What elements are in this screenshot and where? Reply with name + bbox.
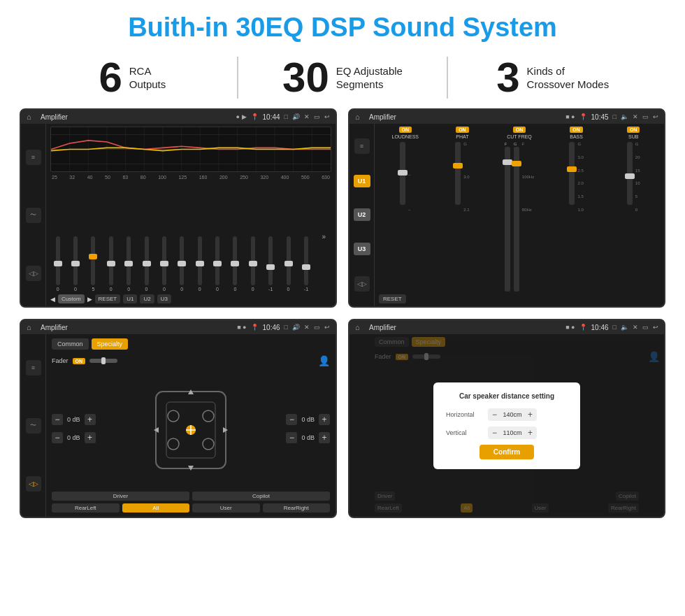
screen-fader: ⌂ Amplifier ■ ● 📍 10:46 □ 🔊 ✕ ▭ ↩ ≡ 〜 ◁▷…	[20, 319, 337, 518]
db-ctrl-tr: − 0 dB +	[286, 414, 330, 425]
db-plus-bl[interactable]: +	[85, 432, 96, 443]
fader-rearleft-btn[interactable]: RearLeft	[52, 503, 120, 513]
eq-slider-1[interactable]: 0	[68, 236, 82, 292]
bass-slider[interactable]	[569, 142, 575, 205]
pin-icon-3: 📍	[251, 324, 259, 331]
cross-preset-icon[interactable]: ≡	[354, 138, 370, 154]
eq-preset-icon[interactable]: ≡	[26, 150, 41, 165]
cross-vol-icon[interactable]: ◁▷	[354, 276, 370, 292]
pin-icon-4: 📍	[579, 324, 587, 331]
fader-preset-icon[interactable]: ≡	[26, 360, 41, 375]
eq-u3-btn[interactable]: U3	[157, 294, 171, 303]
eq-slider-11[interactable]: 0	[245, 236, 260, 292]
cutfreq-on[interactable]: ON	[513, 127, 526, 133]
eq-wave-icon[interactable]: 〜	[26, 208, 41, 223]
eq-slider-2[interactable]: 5	[86, 236, 101, 292]
fader-driver-btn[interactable]: Driver	[52, 492, 189, 501]
stat-crossover: 3 Kinds ofCrossover Modes	[462, 57, 643, 99]
eq-u2-btn[interactable]: U2	[140, 294, 154, 303]
x-icon: ✕	[304, 113, 310, 120]
sub-on[interactable]: ON	[627, 127, 640, 133]
eq-prev-btn[interactable]: ◀	[50, 296, 55, 303]
db-plus-tl[interactable]: +	[85, 414, 96, 425]
eq-slider-8[interactable]: 0	[192, 236, 207, 292]
back-icon[interactable]: ↩	[324, 113, 330, 120]
vol-icon: 🔊	[292, 113, 300, 120]
phat-slider[interactable]	[455, 142, 461, 205]
dialog-title: Car speaker distance setting	[446, 392, 568, 400]
cutfreq-f-slider[interactable]	[505, 147, 510, 292]
eq-slider-5[interactable]: 0	[139, 236, 154, 292]
eq-slider-9[interactable]: 0	[210, 236, 224, 292]
cutfreq-g-slider[interactable]	[514, 147, 519, 292]
dots-icon-3: ■ ●	[237, 324, 246, 331]
eq-slider-7[interactable]: 0	[175, 236, 189, 292]
cutfreq-label: CUT FREQ	[507, 134, 532, 139]
db-minus-tr[interactable]: −	[286, 414, 297, 425]
eq-slider-10[interactable]: 0	[228, 236, 243, 292]
eq-slider-14[interactable]: -1	[298, 236, 313, 292]
home-icon[interactable]: ⌂	[27, 112, 36, 122]
phat-on[interactable]: ON	[456, 127, 469, 133]
right-db-controls: − 0 dB + − 0 dB +	[286, 371, 330, 489]
eq-sidebar: ≡ 〜 ◁▷	[21, 124, 46, 306]
home-icon-4[interactable]: ⌂	[355, 322, 365, 332]
home-icon-2[interactable]: ⌂	[355, 112, 365, 122]
cross-reset-btn[interactable]: RESET	[379, 294, 406, 303]
fader-rearright-btn[interactable]: RearRight	[263, 503, 331, 513]
fader-on-badge[interactable]: ON	[73, 358, 86, 364]
eq-slider-13[interactable]: 0	[281, 236, 296, 292]
cross-u2-btn[interactable]: U2	[354, 208, 370, 221]
db-minus-br[interactable]: −	[286, 432, 297, 443]
eq-slider-3[interactable]: 0	[103, 236, 118, 292]
loudness-on[interactable]: ON	[399, 127, 412, 133]
fader-label: Fader	[52, 357, 68, 364]
fader-area: − 0 dB + − 0 dB +	[52, 371, 330, 489]
screen3-time: 10:46	[263, 324, 280, 331]
eq-custom-btn[interactable]: Custom	[58, 294, 85, 303]
fader-tab-common[interactable]: Common	[52, 338, 89, 350]
eq-slider-12[interactable]: -1	[264, 236, 278, 292]
vertical-minus[interactable]: −	[492, 428, 497, 438]
horizontal-minus[interactable]: −	[492, 410, 497, 420]
stat-crossover-label: Kinds ofCrossover Modes	[527, 64, 610, 92]
db-ctrl-bl: − 0 dB +	[52, 432, 96, 443]
dialog-vertical-row: Vertical − 110cm +	[446, 427, 568, 439]
bass-on[interactable]: ON	[570, 127, 583, 133]
eq-reset-btn[interactable]: RESET	[95, 294, 121, 303]
cross-u3-btn[interactable]: U3	[354, 243, 370, 255]
fader-main: Common Specialty Fader ON 👤	[46, 334, 336, 517]
confirm-button[interactable]: Confirm	[480, 445, 534, 459]
back-icon-2[interactable]: ↩	[653, 113, 658, 120]
screen-distance: ⌂ Amplifier ■ ● 📍 10:46 □ 🔈 ✕ ▭ ↩ Common…	[348, 319, 665, 518]
fader-wave-icon[interactable]: 〜	[26, 418, 41, 434]
eq-slider-4[interactable]: 0	[122, 236, 136, 292]
fader-vol-icon[interactable]: ◁▷	[26, 476, 41, 492]
fader-tab-specialty[interactable]: Specialty	[92, 338, 129, 350]
fader-content: ≡ 〜 ◁▷ Common Specialty Fader ON 👤	[21, 334, 336, 517]
eq-slider-0[interactable]: 0	[50, 236, 65, 292]
back-icon-4[interactable]: ↩	[653, 324, 658, 331]
db-plus-tr[interactable]: +	[319, 414, 330, 425]
eq-next-btn[interactable]: ▶	[87, 296, 92, 303]
loudness-slider[interactable]	[400, 142, 405, 205]
fader-user-btn[interactable]: User	[192, 503, 260, 513]
home-icon-3[interactable]: ⌂	[27, 322, 36, 332]
fader-avatar-icon: 👤	[318, 355, 330, 366]
eq-slider-6[interactable]: 0	[157, 236, 171, 292]
fader-copilot-btn[interactable]: Copilot	[192, 492, 330, 501]
horizontal-plus[interactable]: +	[528, 410, 533, 420]
sub-slider[interactable]	[627, 142, 633, 205]
db-minus-bl[interactable]: −	[52, 432, 63, 443]
fader-all-btn[interactable]: All	[122, 503, 190, 513]
db-plus-br[interactable]: +	[319, 432, 330, 443]
screen3-title: Amplifier	[41, 324, 233, 331]
eq-vol-icon[interactable]: ◁▷	[26, 266, 41, 281]
eq-more[interactable]: »	[317, 233, 331, 241]
vertical-plus[interactable]: +	[528, 428, 533, 438]
dots-icon: ● ▶	[236, 113, 247, 120]
eq-u1-btn[interactable]: U1	[123, 294, 137, 303]
db-minus-tl[interactable]: −	[52, 414, 63, 425]
back-icon-3[interactable]: ↩	[324, 324, 330, 331]
cross-u1-btn[interactable]: U1	[354, 175, 370, 187]
